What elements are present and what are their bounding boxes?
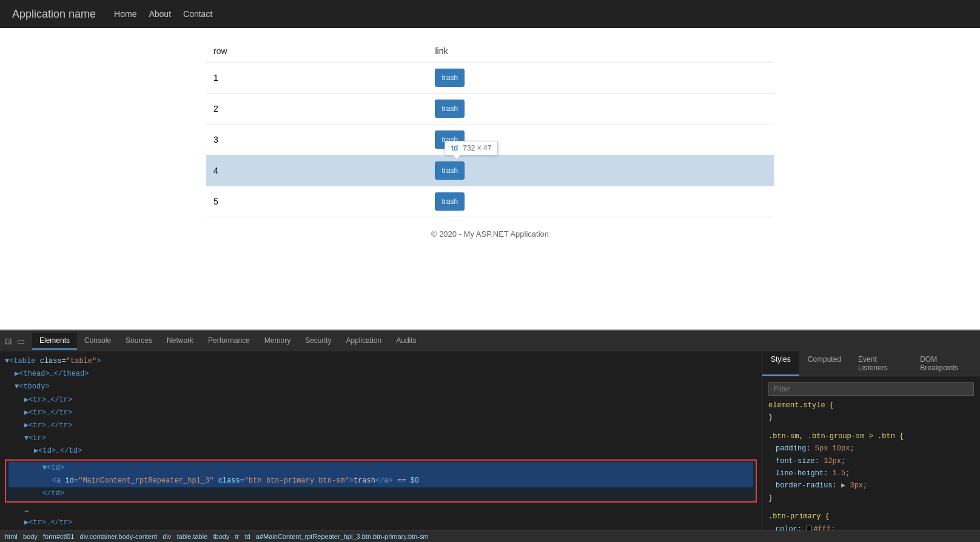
table-cell-link: trash <box>428 93 774 124</box>
footer: © 2020 - My ASP.NET Application <box>206 217 774 251</box>
navbar: Application name Home About Contact <box>0 0 980 28</box>
navbar-links: Home About Contact <box>114 9 212 19</box>
col-row: row <box>206 40 428 63</box>
tooltip-tag: td <box>451 144 458 152</box>
table-row: 1trash <box>206 63 774 93</box>
nav-about[interactable]: About <box>149 9 171 19</box>
trash-button[interactable]: trash <box>435 100 465 118</box>
table-cell-row: 2 <box>206 93 428 124</box>
table-cell-link: trash <box>428 155 774 186</box>
trash-button[interactable]: trash <box>435 161 465 180</box>
main-content: td 732 × 47 row link 1trash2trash3trash4… <box>0 28 980 283</box>
nav-contact[interactable]: Contact <box>183 9 212 19</box>
col-link: link <box>428 40 774 63</box>
table-row: 2trash <box>206 93 774 124</box>
table-row: 5trash <box>206 186 774 217</box>
trash-button[interactable]: trash <box>435 192 465 211</box>
trash-button[interactable]: trash <box>435 69 465 87</box>
data-table: row link 1trash2trash3trash4trash5trash <box>206 40 774 217</box>
tooltip-arrow-inner <box>453 155 460 159</box>
table-cell-row: 1 <box>206 63 428 93</box>
element-tooltip: td 732 × 47 <box>445 141 498 155</box>
nav-home[interactable]: Home <box>114 9 136 19</box>
footer-text: © 2020 - My ASP.NET Application <box>431 229 549 239</box>
table-cell-row: 3 <box>206 124 428 155</box>
table-cell-link: trash <box>428 63 774 93</box>
table-cell-link: trash <box>428 186 774 217</box>
table-cell-row: 5 <box>206 186 428 217</box>
tooltip-size: 732 × 47 <box>463 144 491 152</box>
table-row: 4trash <box>206 155 774 186</box>
navbar-brand: Application name <box>12 8 96 21</box>
table-cell-row: 4 <box>206 155 428 186</box>
